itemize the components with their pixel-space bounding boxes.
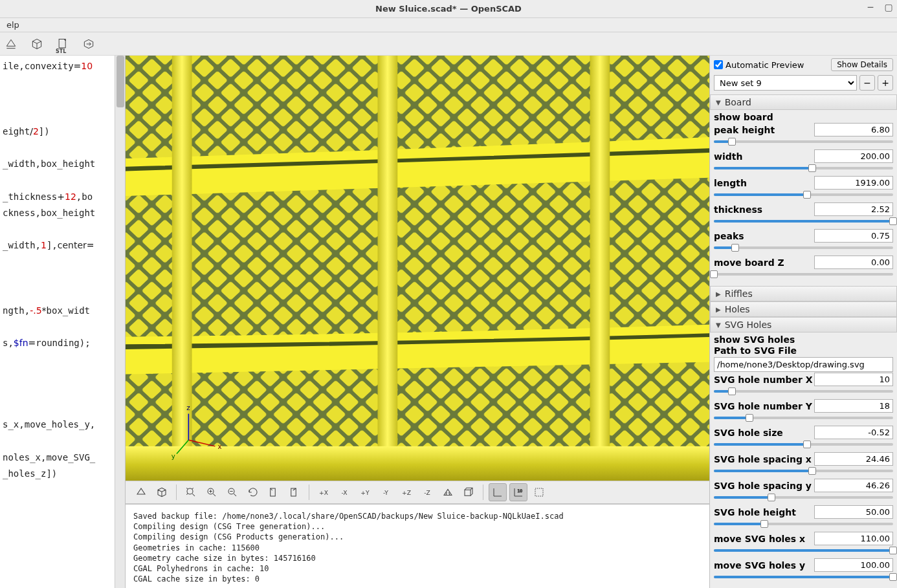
show-board-label: show board <box>714 112 893 122</box>
svg-rect-18 <box>291 488 296 496</box>
console-output[interactable]: Saved backup file: /home/none3/.local/sh… <box>126 504 709 588</box>
show-details-button[interactable]: Show Details <box>831 58 893 71</box>
back-view-icon[interactable]: -Y <box>377 483 395 501</box>
param-slider[interactable] <box>714 414 893 422</box>
reset-view-icon[interactable] <box>244 483 262 501</box>
param-input[interactable] <box>814 479 893 492</box>
section-header-svg-holes[interactable]: ▼ SVG Holes <box>710 317 897 332</box>
front-view-icon[interactable]: +Y <box>356 483 374 501</box>
bottom-view-icon[interactable]: -Z <box>418 483 436 501</box>
preset-add-button[interactable]: + <box>878 75 893 91</box>
param-input[interactable] <box>814 452 893 466</box>
param-label: peak height <box>714 125 814 135</box>
section-header-board[interactable]: ▼ Board <box>710 94 897 110</box>
view-bookmark2-icon[interactable] <box>285 483 304 501</box>
send-icon[interactable] <box>82 37 96 51</box>
window-title: New Sluice.scad* — OpenSCAD <box>375 4 522 14</box>
param-input[interactable] <box>814 149 893 163</box>
render-icon[interactable] <box>30 37 44 51</box>
auto-preview-checkbox[interactable]: Automatic Preview <box>714 60 804 70</box>
svg-path-label: Path to SVG File <box>714 345 893 356</box>
param-input[interactable] <box>814 256 893 269</box>
param-slider[interactable] <box>714 270 893 278</box>
window-controls: ─ ▢ <box>866 3 893 12</box>
svg-rect-21 <box>535 488 543 496</box>
param-input[interactable] <box>814 176 893 190</box>
code-editor[interactable]: ile,convexity=10 eight/2]) _width,box_he… <box>0 56 126 588</box>
param-slider[interactable] <box>714 547 893 554</box>
param-label: SVG hole spacing y <box>714 481 814 491</box>
chevron-right-icon: ▶ <box>716 306 721 313</box>
svg-rect-6 <box>590 56 610 481</box>
view-preview-icon[interactable] <box>132 483 150 501</box>
param-input[interactable] <box>814 558 893 572</box>
param-label: SVG hole height <box>714 507 814 517</box>
section-title-riffles: Riffles <box>725 289 753 299</box>
code-text[interactable]: ile,convexity=10 eight/2]) _width,box_he… <box>0 56 125 485</box>
svg-rect-19 <box>465 490 471 495</box>
preset-delete-button[interactable]: − <box>859 75 875 91</box>
param-label: SVG hole number Y <box>714 401 814 411</box>
param-label: peaks <box>714 231 814 241</box>
ortho-icon[interactable] <box>460 483 478 501</box>
param-label: move SVG holes x <box>714 534 814 544</box>
param-slider[interactable] <box>714 520 893 528</box>
param-input[interactable] <box>814 229 893 243</box>
param-label: SVG hole number X <box>714 375 814 385</box>
param-input[interactable] <box>814 399 893 413</box>
param-slider[interactable] <box>714 191 893 199</box>
param-slider[interactable] <box>714 244 893 252</box>
minimize-button[interactable]: ─ <box>866 3 875 12</box>
preset-select[interactable]: New set 9 <box>714 75 857 91</box>
viewport-3d[interactable]: x y z <box>126 56 709 481</box>
top-view-icon[interactable]: +Z <box>397 483 415 501</box>
param-slider[interactable] <box>714 573 893 581</box>
svg-text:x: x <box>217 443 221 450</box>
right-view-icon[interactable]: +X <box>315 483 333 501</box>
editor-scrollbar-thumb[interactable] <box>116 56 124 107</box>
param-label: length <box>714 178 814 188</box>
svg-text:10: 10 <box>518 488 523 493</box>
maximize-button[interactable]: ▢ <box>884 3 893 12</box>
menu-help[interactable]: elp <box>3 20 23 30</box>
param-slider[interactable] <box>714 441 893 448</box>
param-slider[interactable] <box>714 467 893 475</box>
zoom-in-icon[interactable] <box>203 483 221 501</box>
editor-scrollbar[interactable] <box>115 56 125 588</box>
param-input[interactable] <box>814 373 893 386</box>
show-svg-holes-label: show SVG holes <box>714 334 893 345</box>
param-label: thickness <box>714 204 814 215</box>
svg-path-input[interactable] <box>714 357 893 372</box>
section-title-board: Board <box>725 97 751 107</box>
center-panel: x y z +X -X +Y -Y +Z -Z <box>126 56 709 588</box>
param-input[interactable] <box>814 505 893 519</box>
show-scale-icon[interactable]: 10 <box>509 483 527 501</box>
main-toolbar: STL <box>0 32 897 56</box>
section-header-riffles[interactable]: ▶ Riffles <box>710 286 897 301</box>
param-input[interactable] <box>814 202 893 216</box>
param-input[interactable] <box>814 123 893 136</box>
param-slider[interactable] <box>714 138 893 146</box>
zoom-all-icon[interactable] <box>182 483 200 501</box>
export-stl-icon[interactable]: STL <box>56 37 70 51</box>
perspective-icon[interactable] <box>439 483 457 501</box>
param-slider[interactable] <box>714 164 893 172</box>
svg-rect-0 <box>59 39 65 47</box>
left-view-icon[interactable]: -X <box>335 483 353 501</box>
param-input[interactable] <box>814 532 893 545</box>
param-label: width <box>714 151 814 162</box>
section-header-holes[interactable]: ▶ Holes <box>710 301 897 317</box>
show-axes-icon[interactable] <box>489 483 507 501</box>
param-label: move board Z <box>714 257 814 268</box>
preview-icon[interactable] <box>4 37 18 51</box>
show-crosshair-icon[interactable] <box>530 483 548 501</box>
view-bookmark1-icon[interactable] <box>265 483 283 501</box>
param-slider[interactable] <box>714 217 893 225</box>
param-slider[interactable] <box>714 494 893 501</box>
svg-rect-7 <box>126 446 709 481</box>
zoom-out-icon[interactable] <box>223 483 241 501</box>
param-slider[interactable] <box>714 387 893 395</box>
param-input[interactable] <box>814 426 893 439</box>
view-render-icon[interactable] <box>153 483 171 501</box>
auto-preview-input[interactable] <box>714 60 723 69</box>
